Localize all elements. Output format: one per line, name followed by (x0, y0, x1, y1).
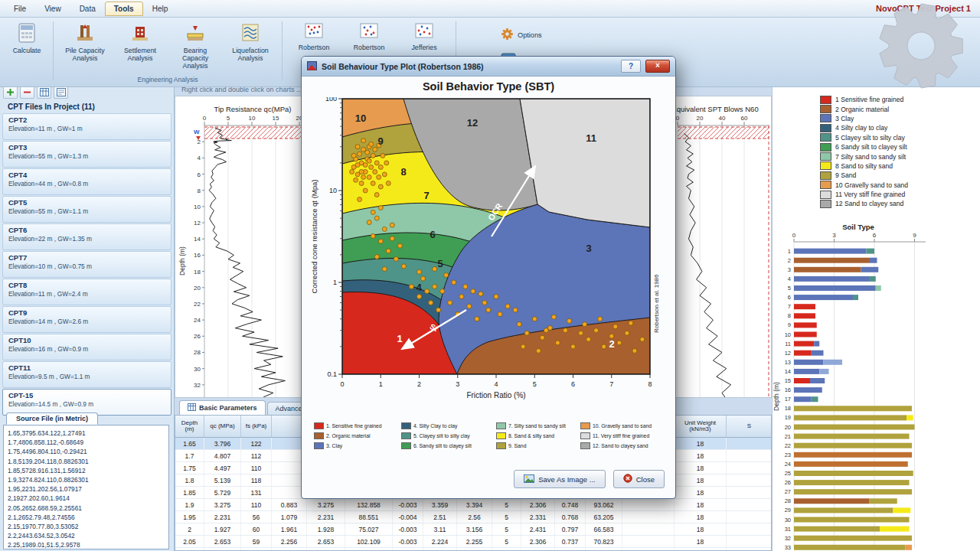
cpt-file-item[interactable]: CPT2Elevation=11 m , GW=1 m (2, 113, 172, 140)
svg-text:6: 6 (788, 294, 791, 301)
table-row[interactable]: 2.12.653582.2462.653102.109-0.0032.2242.… (175, 548, 771, 551)
table-cell: 102.109 (345, 548, 393, 551)
ribbon-separator (282, 21, 283, 80)
legend-label: 6 Sandy silt to clayey silt (835, 143, 907, 151)
sbt-chart[interactable]: 1001010.1012345678Friction Ratio (%)Corr… (309, 97, 668, 403)
source-line: 1.65,3795.634.122,1.27491 (8, 429, 165, 438)
svg-text:11: 11 (785, 341, 791, 347)
save-as-image-button[interactable]: Save As Image ... (514, 470, 605, 488)
svg-text:7: 7 (423, 190, 429, 201)
cpt-file-name: CPT5 (8, 198, 165, 207)
table-cell (622, 536, 675, 547)
application-window: File View Data Tools Help NovoCPT Test P… (0, 0, 980, 551)
cpt-file-item[interactable]: CPT7Elevation=10 m , GW=0.75 m (2, 251, 172, 278)
svg-text:Depth (m): Depth (m) (178, 246, 186, 276)
table-cell: 2.306 (521, 536, 555, 547)
legend-color-chip (314, 422, 324, 429)
table-cell: 93.062 (586, 499, 622, 510)
table-cell: 3.275 (204, 499, 241, 510)
table-header-cell[interactable]: qc (MPa) (204, 416, 241, 437)
cpt-file-item[interactable]: CPT11Elevation=9.5 m , GW=1.1 m (2, 361, 172, 388)
bearing-capacity-button[interactable]: Bearing Capacity Analysis (168, 19, 223, 73)
table-cell: 110 (241, 462, 272, 474)
legend-item: 4 Silty clay to clay (820, 123, 908, 132)
legend-color-chip (820, 161, 831, 170)
table-cell: 2 (175, 523, 204, 535)
table-row[interactable]: 1.952.231561.0792.23188.551-0.0042.512.5… (175, 511, 771, 523)
svg-text:18: 18 (194, 269, 201, 276)
calculator-icon (18, 23, 35, 44)
table-cell: 1.961 (272, 523, 307, 535)
legend-item: 10 Gravelly sand to sand (820, 181, 908, 190)
table-row[interactable]: 1.93.2751100.8833.275132.858-0.0033.3593… (175, 499, 771, 511)
svg-text:12: 12 (785, 350, 791, 357)
table-cell: 2.1 (175, 548, 204, 551)
table-cell: 112 (241, 450, 272, 461)
source-line: 2.2,2443.634.52,3.0542 (8, 531, 165, 540)
table-cell (622, 511, 675, 523)
table-cell: 102.109 (345, 536, 393, 547)
menu-tools[interactable]: Tools (105, 2, 143, 16)
legend-item: 9 Sand (820, 171, 908, 180)
menu-file[interactable]: File (5, 2, 35, 16)
table-cell: 18 (675, 548, 727, 551)
legend-item: 1. Sensitive fine grained (314, 422, 398, 429)
legend-color-chip (580, 422, 590, 429)
cpt-file-item[interactable]: CPT10Elevation=16 m , GW=0.9 m (2, 334, 172, 360)
menu-data[interactable]: Data (70, 2, 105, 16)
dialog-titlebar[interactable]: Soil Behaviour Type Plot (Robertson 1986… (302, 57, 675, 77)
close-circle-icon (623, 474, 632, 484)
table-cell: 70.823 (586, 536, 622, 547)
remove-file-button[interactable] (20, 86, 34, 99)
liquefaction-button[interactable]: Liquefaction Analysis (223, 19, 278, 73)
source-file-content[interactable]: 1.65,3795.634.122,1.274911.7,4806.858.11… (3, 425, 169, 549)
table-header-cell[interactable]: fs (kPa) (241, 416, 272, 437)
legend-item: 7 Silty sand to sandy silt (820, 152, 908, 161)
close-icon[interactable]: × (645, 60, 670, 73)
table-view-button[interactable] (37, 86, 51, 99)
tab-basic-parameters[interactable]: Basic Parameters (179, 400, 266, 415)
table-cell: -0.003 (393, 523, 423, 535)
table-row[interactable]: 21.927601.9611.92875.027-0.0033.113.1565… (175, 523, 771, 536)
cpt-file-info: Elevation=10 m , GW=0.75 m (8, 262, 165, 270)
table-cell: 5 (492, 536, 521, 547)
cpt-file-item[interactable]: CPT8Elevation=11 m , GW=2.4 m (2, 279, 172, 305)
svg-text:60: 60 (741, 115, 748, 122)
table-cell: 118 (241, 474, 272, 486)
report-view-button[interactable] (54, 86, 68, 99)
table-cell: 3.359 (423, 499, 457, 510)
table-row[interactable]: 2.052.653592.2562.653102.109-0.0032.2242… (175, 536, 771, 548)
calculate-button[interactable]: Calculate (5, 19, 49, 71)
table-cell: 18 (675, 438, 727, 449)
source-file-tab[interactable]: Source File (in Metric) (6, 412, 98, 425)
svg-text:16: 16 (785, 386, 791, 393)
options-button[interactable]: Options (495, 25, 548, 45)
table-header-cell[interactable]: Unit Weight (kN/m3) (675, 416, 727, 437)
cpt-file-item[interactable]: CPT-15Elevation=14.5 m , GW=0.9 m (2, 389, 172, 416)
close-button[interactable]: Close (613, 470, 665, 488)
svg-text:Depth (m): Depth (m) (773, 382, 780, 411)
table-header-cell[interactable]: Depth (m) (175, 416, 204, 437)
cpt-file-info: Elevation=55 m , GW=1.1 m (8, 207, 165, 215)
legend-label: 5. Clayey silt to silty clay (413, 433, 470, 439)
svg-text:6: 6 (198, 171, 201, 178)
pile-capacity-button[interactable]: Pile Capacity Analysis (57, 19, 113, 73)
legend-item: 5. Clayey silt to silty clay (401, 432, 493, 439)
legend-label: 9 Sand (835, 171, 856, 179)
help-button[interactable]: ? (621, 60, 641, 73)
table-header-cell[interactable]: S (727, 416, 772, 437)
settlement-button[interactable]: Settlement Analysis (113, 19, 168, 73)
cpt-file-item[interactable]: CPT5Elevation=55 m , GW=1.1 m (2, 196, 172, 223)
source-line: 2.05,2652.688.59,2.25561 (8, 504, 165, 513)
table-cell: 0.883 (272, 499, 307, 510)
cpt-file-item[interactable]: CPT6Elevation=22 m , GW=1.35 m (2, 223, 172, 250)
legend-label: 8. Sand & silty sand (508, 433, 554, 439)
cpt-file-item[interactable]: CPT4Elevation=44 m , GW=0.8 m (2, 168, 172, 195)
menu-help[interactable]: Help (143, 2, 178, 16)
menu-view[interactable]: View (35, 2, 70, 16)
add-file-button[interactable] (3, 86, 18, 99)
cpt-file-item[interactable]: CPT9Elevation=14 m , GW=2.6 m (2, 306, 172, 333)
source-line: 1.75,4496.804.110,-0.29421 (8, 447, 165, 456)
cpt-file-item[interactable]: CPT3Elevation=55 m , GW=1.3 m (2, 141, 172, 168)
svg-text:24: 24 (785, 461, 791, 468)
